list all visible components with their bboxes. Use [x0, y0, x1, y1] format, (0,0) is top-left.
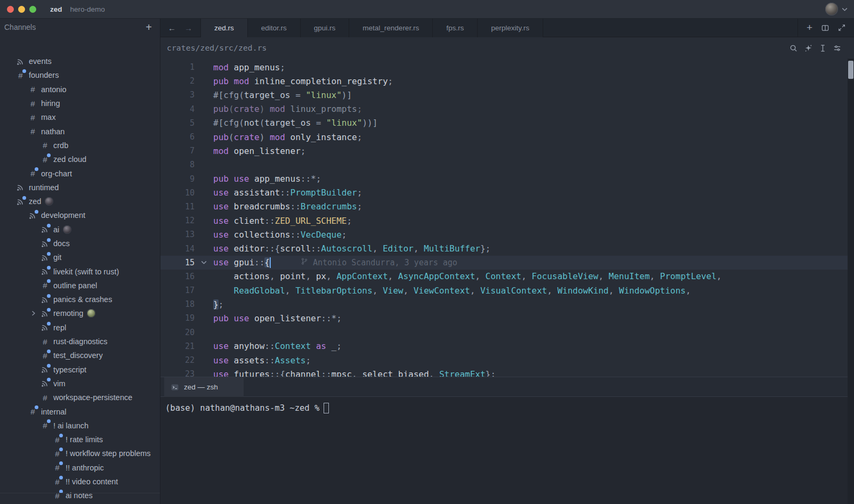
channel-item-typescript[interactable]: typescript	[0, 363, 160, 377]
zoom-window-button[interactable]	[29, 6, 36, 13]
channel-item-events[interactable]: events	[0, 54, 160, 68]
channel-item-internal[interactable]: #internal	[0, 404, 160, 418]
channel-item-ai-notes[interactable]: #ai notes	[0, 489, 160, 502]
channel-item-antonio[interactable]: #antonio	[0, 83, 160, 96]
channel-item-zed-cloud[interactable]: #zed cloud	[0, 152, 160, 166]
add-channel-button[interactable]: +	[146, 22, 152, 32]
channel-item-nathan[interactable]: #nathan	[0, 124, 160, 138]
editor-controls-icon[interactable]	[833, 44, 841, 52]
channel-item-max[interactable]: #max	[0, 110, 160, 124]
text-cursor-icon[interactable]	[819, 44, 826, 52]
tab-metal-renderer-rs[interactable]: metal_renderer.rs	[349, 18, 433, 37]
unread-dot	[47, 419, 51, 423]
tab-perplexity-rs[interactable]: perplexity.rs	[478, 18, 543, 37]
tab-editor-rs[interactable]: editor.rs	[248, 18, 301, 37]
channel-item-org-chart[interactable]: #org-chart	[0, 166, 160, 180]
code-line-2[interactable]: 2pub mod inline_completion_registry;	[160, 74, 848, 88]
nav-back-button[interactable]: ←	[168, 23, 176, 32]
channel-item-vim[interactable]: vim	[0, 377, 160, 391]
terminal-output[interactable]: (base) nathan@nathans-m3 ~zed %	[160, 397, 854, 413]
code-line-11[interactable]: 11use breadcrumbs::Breadcrumbs;	[160, 200, 848, 214]
terminal-tab[interactable]: zed — zsh	[164, 377, 244, 397]
code-line-10[interactable]: 10use assistant::PromptBuilder;	[160, 186, 848, 200]
tab-gpui-rs[interactable]: gpui.rs	[301, 18, 350, 37]
channel-item-test-discovery[interactable]: #test_discovery	[0, 348, 160, 362]
tab-label: perplexity.rs	[491, 24, 529, 32]
channel-item-rate-limits[interactable]: #! rate limits	[0, 433, 160, 446]
channel-label: org-chart	[41, 169, 72, 178]
hash-channel-icon: #	[53, 449, 62, 458]
line-number: 1	[160, 62, 195, 72]
channel-item-ai-launch[interactable]: #! ai launch	[0, 419, 160, 433]
code-line-14[interactable]: 14use editor::{scroll::Autoscroll, Edito…	[160, 241, 848, 255]
channel-item-git[interactable]: git	[0, 250, 160, 264]
search-icon[interactable]	[789, 44, 797, 52]
close-window-button[interactable]	[7, 6, 14, 13]
channel-label: remoting	[53, 309, 83, 318]
code-line-text: use breadcrumbs::Breadcrumbs;	[213, 201, 362, 212]
scrollbar-thumb[interactable]	[848, 61, 853, 79]
broadcast-channel-icon	[41, 267, 50, 275]
code-line-8[interactable]: 8	[160, 158, 848, 172]
code-editor[interactable]: 1mod app_menus;2pub mod inline_completio…	[160, 59, 848, 378]
hash-channel-icon: #	[28, 113, 37, 122]
channel-label: internal	[41, 408, 67, 416]
chevron-right-icon[interactable]	[31, 311, 41, 316]
code-line-20[interactable]: 20	[160, 326, 848, 339]
code-line-21[interactable]: 21use anyhow::Context as _;	[160, 339, 848, 353]
channel-item-ai[interactable]: ai	[0, 223, 160, 237]
fold-chevron-icon[interactable]	[195, 259, 213, 265]
code-line-15[interactable]: 15use gpui::{Antonio Scandurra, 3 years …	[160, 256, 848, 270]
code-line-3[interactable]: 3#[cfg(target_os = "linux")]	[160, 88, 848, 102]
channel-item-hiring[interactable]: #hiring	[0, 96, 160, 110]
minimize-window-button[interactable]	[18, 6, 25, 13]
channel-item-repl[interactable]: repl	[0, 321, 160, 335]
code-line-19[interactable]: 19pub use open_listener::*;	[160, 311, 848, 325]
channel-item-livekit-swift-to-rust[interactable]: livekit (swift to rust)	[0, 264, 160, 278]
code-line-18[interactable]: 18};	[160, 297, 848, 311]
hash-channel-icon: #	[28, 85, 37, 94]
channel-item-outline-panel[interactable]: #outline panel	[0, 279, 160, 292]
line-number: 11	[160, 202, 195, 212]
unread-dot	[47, 153, 51, 157]
channel-item-remoting[interactable]: remoting	[0, 306, 160, 320]
tab-fps-rs[interactable]: fps.rs	[433, 18, 478, 37]
line-number: 9	[160, 174, 195, 184]
user-avatar[interactable]	[825, 3, 838, 15]
project-name-button[interactable]: hero-demo	[70, 5, 105, 13]
line-number: 2	[160, 76, 195, 86]
channel-item-founders[interactable]: #founders	[0, 68, 160, 82]
channel-item-workflow-step-problems[interactable]: #! workflow step problems	[0, 446, 160, 460]
code-line-7[interactable]: 7mod open_listener;	[160, 144, 848, 158]
code-line-13[interactable]: 13use collections::VecDeque;	[160, 227, 848, 241]
channel-item-rust-diagnostics[interactable]: #rust-diagnostics	[0, 335, 160, 348]
code-line-12[interactable]: 12use client::ZED_URL_SCHEME;	[160, 214, 848, 227]
channel-item-crdb[interactable]: #crdb	[0, 139, 160, 152]
channel-item-development[interactable]: development	[0, 208, 160, 222]
code-line-1[interactable]: 1mod app_menus;	[160, 60, 848, 74]
code-line-17[interactable]: 17 ReadGlobal, TitlebarOptions, View, Vi…	[160, 283, 848, 297]
code-line-4[interactable]: 4pub(crate) mod linux_prompts;	[160, 102, 848, 116]
inline-assist-sparkle-icon[interactable]	[804, 44, 812, 52]
channel-item-video-content[interactable]: #!! video content	[0, 475, 160, 489]
code-line-9[interactable]: 9pub use app_menus::*;	[160, 172, 848, 186]
nav-forward-button[interactable]: →	[184, 23, 192, 32]
channel-item-anthropic[interactable]: #!! anthropic	[0, 461, 160, 475]
split-pane-icon[interactable]	[821, 24, 829, 32]
breadcrumb[interactable]: crates/zed/src/zed.rs	[167, 44, 267, 52]
broadcast-channel-icon	[16, 198, 25, 206]
chevron-down-icon[interactable]	[842, 6, 848, 12]
tab-zed-rs[interactable]: zed.rs	[200, 18, 248, 37]
channel-item-workspace-persistence[interactable]: #workspace-persistence	[0, 391, 160, 404]
channel-item-runtimed[interactable]: runtimed	[0, 181, 160, 194]
new-tab-button[interactable]: +	[807, 22, 812, 34]
code-line-16[interactable]: 16 actions, point, px, AppContext, Async…	[160, 270, 848, 283]
code-line-6[interactable]: 6pub(crate) mod only_instance;	[160, 130, 848, 144]
code-line-5[interactable]: 5#[cfg(not(target_os = "linux"))]	[160, 116, 848, 130]
maximize-pane-icon[interactable]	[838, 24, 845, 31]
channel-item-zed[interactable]: zed	[0, 194, 160, 208]
editor-scrollbar[interactable]	[848, 59, 854, 504]
channel-item-panics-crashes[interactable]: panics & crashes	[0, 292, 160, 306]
channel-item-docs[interactable]: docs	[0, 237, 160, 250]
code-line-22[interactable]: 22use assets::Assets;	[160, 353, 848, 367]
